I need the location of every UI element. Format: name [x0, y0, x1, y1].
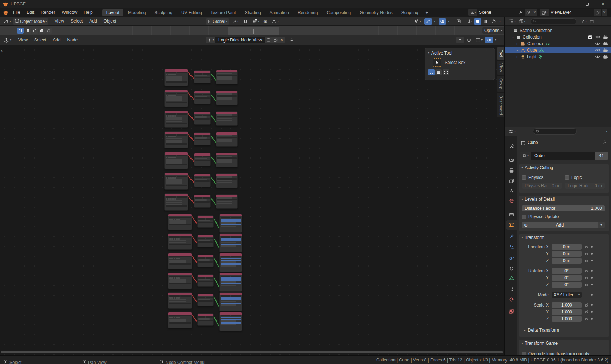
- go-to-parent-tree-button[interactable]: [456, 37, 464, 43]
- panel-drag-handle[interactable]: ::::: [602, 197, 607, 201]
- panel-drag-handle[interactable]: ::::: [602, 236, 607, 239]
- outliner-row-collection[interactable]: ▾Collection: [505, 34, 611, 40]
- viewport-editor-type-button[interactable]: ▾: [2, 18, 12, 25]
- properties-search-input[interactable]: [533, 128, 577, 135]
- distance-factor-field[interactable]: Distance Factor 1.000: [522, 205, 605, 211]
- physics-culling-checkbox[interactable]: Physics: [522, 175, 543, 180]
- animate-property-dot[interactable]: [591, 253, 593, 255]
- blender-menu-icon[interactable]: [3, 10, 8, 15]
- workspace-tab-rendering[interactable]: Rendering: [294, 9, 322, 16]
- xray-toggle[interactable]: [455, 18, 463, 25]
- sidebar-expand-arrow[interactable]: ›: [1, 48, 3, 53]
- lock-open-icon[interactable]: [584, 251, 589, 256]
- transform-orientation-dropdown[interactable]: Global ▾: [206, 18, 229, 25]
- logic-radius-field[interactable]: Logic Radi 0 m: [565, 183, 605, 189]
- panel-drag-handle[interactable]: ::::: [602, 341, 607, 345]
- chevron-down-icon[interactable]: ▾: [521, 198, 523, 201]
- menu-edit[interactable]: Edit: [23, 8, 37, 17]
- viewlayer-copy-button[interactable]: [594, 9, 601, 16]
- lod-add-button[interactable]: ⊕ Add: [522, 222, 598, 228]
- transform-value-field[interactable]: 0 m: [552, 244, 582, 250]
- select-box-tool-button[interactable]: [433, 58, 441, 67]
- lock-open-icon[interactable]: [584, 268, 589, 273]
- controller-node[interactable]: [197, 235, 214, 247]
- lock-open-icon[interactable]: [584, 282, 589, 287]
- proportional-editing-toggle[interactable]: ◉: [262, 18, 269, 25]
- controller-node[interactable]: [197, 255, 214, 267]
- sensor-node[interactable]: [168, 233, 192, 250]
- node-menu-add[interactable]: Add: [49, 36, 64, 45]
- actuator-node[interactable]: [216, 70, 238, 84]
- viewlayer-name-field[interactable]: ViewLayer: [549, 9, 594, 16]
- users-count-badge[interactable]: 41: [595, 152, 608, 160]
- viewport-canvas[interactable]: Options▾: [0, 26, 504, 35]
- select-mode-set-button[interactable]: [428, 69, 435, 75]
- node-editor-canvas[interactable]: › ▾ Active Tool Select Box ToolViewGrou: [0, 45, 504, 355]
- properties-tab-output[interactable]: [506, 166, 517, 175]
- disable-in-renders-icon[interactable]: [603, 48, 608, 52]
- hide-in-viewport-icon[interactable]: [595, 55, 600, 59]
- select-mode-subtract-button[interactable]: [443, 69, 449, 75]
- workspace-tab-shading[interactable]: Shading: [241, 9, 265, 16]
- select-mode-extend-button[interactable]: [45, 28, 52, 34]
- properties-tab-object-data[interactable]: [506, 273, 517, 283]
- actuator-node[interactable]: [219, 253, 242, 272]
- chevron-down-icon[interactable]: ▾: [428, 52, 429, 55]
- chevron-down-icon[interactable]: ▾: [521, 166, 523, 169]
- animate-property-dot[interactable]: [591, 311, 593, 313]
- node-menu-select[interactable]: Select: [31, 36, 49, 45]
- editor-divider[interactable]: [504, 17, 505, 355]
- transform-value-field[interactable]: 0 m: [552, 258, 582, 264]
- actuator-node[interactable]: [219, 214, 242, 233]
- sensor-node[interactable]: [168, 253, 192, 269]
- workspace-tab-sculpting[interactable]: Sculpting: [151, 9, 176, 16]
- properties-tab-constraints[interactable]: [506, 264, 517, 273]
- transform-value-field[interactable]: 1.000: [552, 316, 582, 322]
- minimize-button[interactable]: [563, 0, 579, 8]
- show-gizmo-toggle[interactable]: [424, 18, 432, 25]
- animate-property-dot[interactable]: [591, 318, 593, 320]
- properties-tab-effects[interactable]: [506, 284, 517, 293]
- shading-dropdown[interactable]: ▾: [498, 18, 502, 25]
- lock-open-icon[interactable]: [584, 244, 589, 249]
- sensor-node[interactable]: [164, 173, 188, 190]
- transform-value-field[interactable]: 0°: [552, 282, 582, 288]
- outliner-display-mode-button[interactable]: ▾: [517, 18, 527, 25]
- outliner-row-camera[interactable]: ▸Camera: [505, 40, 611, 47]
- new-collection-button[interactable]: [588, 18, 596, 25]
- viewlayer-browse-button[interactable]: ▾: [540, 9, 549, 16]
- shading-wireframe-button[interactable]: [466, 18, 473, 25]
- transform-value-field[interactable]: 1.000: [552, 309, 582, 315]
- sensor-node[interactable]: [164, 193, 188, 211]
- workspace-tab-layout[interactable]: Layout: [102, 9, 123, 16]
- physics-radius-field[interactable]: Physics Ra 0 m: [522, 183, 562, 189]
- lock-open-icon[interactable]: [584, 316, 589, 321]
- menu-file[interactable]: File: [10, 8, 23, 17]
- controller-node[interactable]: [197, 215, 214, 228]
- logic-culling-checkbox[interactable]: Logic: [565, 175, 582, 180]
- chevron-down-icon[interactable]: ▾: [521, 342, 523, 345]
- workspace-tab-animation[interactable]: Animation: [266, 9, 293, 16]
- properties-tab-particles[interactable]: [506, 243, 517, 252]
- scene-name-field[interactable]: Scene: [477, 9, 524, 16]
- controller-node[interactable]: [197, 274, 214, 287]
- lock-open-icon[interactable]: [584, 309, 589, 314]
- chevron-right-icon[interactable]: ▸: [516, 49, 519, 52]
- side-tab-dashboard[interactable]: Dashboard: [497, 93, 504, 117]
- close-button[interactable]: ×: [595, 0, 611, 8]
- viewlayer-remove-button[interactable]: ×: [601, 9, 607, 16]
- controller-node[interactable]: [194, 91, 211, 104]
- hide-in-viewport-icon[interactable]: [595, 41, 600, 46]
- select-mode-lasso-button[interactable]: [39, 28, 45, 34]
- sensor-node[interactable]: [164, 152, 188, 169]
- horizontal-scrollbar[interactable]: [1, 351, 503, 353]
- properties-tab-modifiers[interactable]: [506, 232, 517, 241]
- viewport-menu-object[interactable]: Object: [100, 17, 120, 26]
- properties-tab-material[interactable]: [506, 295, 517, 304]
- viewport-menu-add[interactable]: Add: [86, 17, 100, 26]
- sensor-node[interactable]: [164, 131, 188, 148]
- scene-browse-button[interactable]: ▾: [468, 9, 477, 16]
- pin-icon[interactable]: [519, 10, 523, 15]
- proportional-falloff-dropdown[interactable]: ▾: [270, 18, 280, 25]
- workspace-tab-scripting[interactable]: Scripting: [397, 9, 422, 16]
